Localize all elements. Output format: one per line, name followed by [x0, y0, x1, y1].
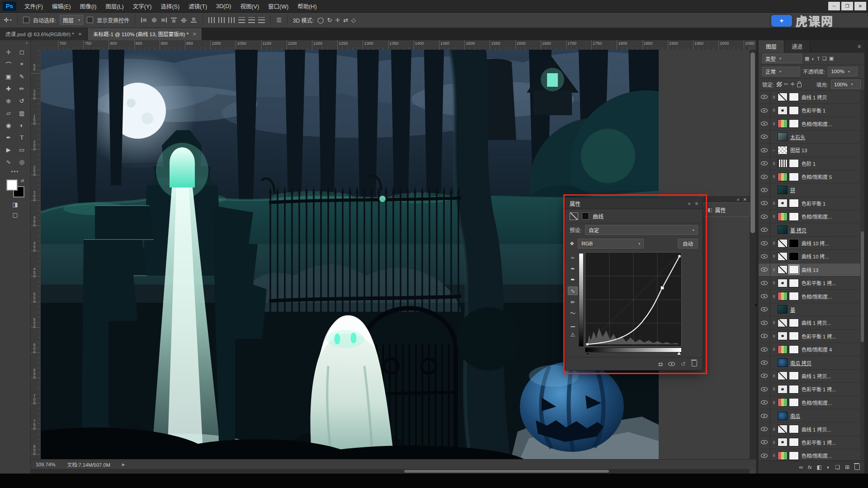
visibility-eye-icon[interactable] — [761, 160, 768, 166]
layer-thumbnail[interactable] — [778, 132, 788, 141]
frag-close-icon[interactable]: ✕ — [743, 197, 747, 202]
distribute-v3-icon[interactable] — [258, 17, 265, 23]
layer-row[interactable]: 8色相/饱和度... — [759, 396, 864, 409]
layer-name[interactable]: 曲线 10 拷... — [802, 239, 829, 247]
layer-name[interactable]: 色彩平衡 1 拷... — [802, 279, 836, 286]
status-arrow-icon[interactable]: ▶ — [122, 462, 125, 467]
adjustment-thumbnail[interactable] — [778, 106, 788, 115]
black-point-eyedropper-icon[interactable]: ✒ — [568, 254, 577, 262]
layer-row[interactable]: 8曲线 1 拷贝 — [759, 91, 864, 104]
align-h-center-icon[interactable] — [151, 17, 157, 23]
history-brush-tool[interactable]: ↺ — [15, 96, 29, 106]
blend-mode-dropdown[interactable]: 正常▾ — [762, 67, 800, 76]
layer-name[interactable]: 色彩平衡 1 拷... — [802, 385, 836, 393]
menu-item-10[interactable]: 帮助(H) — [293, 0, 321, 12]
options-menu-icon[interactable]: ☰ — [276, 17, 282, 23]
layer-row[interactable]: 8色彩平衡 1 拷... — [759, 330, 864, 343]
more-tools-icon[interactable]: ••• — [0, 169, 30, 174]
add-mask-icon[interactable]: ◧ — [817, 464, 822, 470]
marquee-tool[interactable]: ◻ — [15, 47, 29, 57]
mask-thumbnail[interactable] — [789, 385, 799, 394]
auto-select-checkbox[interactable] — [23, 17, 29, 23]
layer-row[interactable]: ⌐图层 13 — [759, 144, 864, 157]
mask-thumbnail[interactable] — [789, 265, 799, 274]
horizontal-scrollbar-thumb[interactable] — [404, 470, 609, 473]
layer-name[interactable]: 太石头 — [790, 133, 805, 141]
crop-tool[interactable]: ▣ — [2, 71, 15, 81]
layer-row[interactable]: 8曲线 10 拷... — [759, 237, 864, 250]
menu-item-1[interactable]: 编辑(E) — [47, 0, 75, 12]
adjustment-thumbnail[interactable] — [778, 93, 788, 101]
quick-mask-icon[interactable]: ◨ — [12, 201, 18, 208]
layer-name[interactable]: 色彩平衡 1 拷... — [802, 439, 836, 446]
menu-item-2[interactable]: 图像(I) — [75, 0, 101, 12]
targeted-adjustment-icon[interactable]: ❖ — [570, 240, 574, 247]
adjustment-thumbnail[interactable] — [778, 398, 788, 407]
distribute-v2-icon[interactable] — [248, 17, 255, 23]
adjustment-thumbnail[interactable] — [778, 265, 788, 274]
mask-thumbnail[interactable] — [789, 319, 799, 327]
adjustment-thumbnail[interactable] — [778, 345, 788, 354]
layer-row[interactable]: 8曲线 1 拷贝... — [759, 422, 864, 436]
tab-channels[interactable]: 通道 — [784, 40, 810, 53]
visibility-eye-icon[interactable] — [761, 187, 768, 193]
path-select-tool[interactable]: ▶ — [2, 145, 15, 155]
layer-row[interactable]: 8色相/饱和度 5 — [759, 170, 864, 183]
visibility-eye-icon[interactable] — [761, 426, 768, 432]
hand-tool[interactable]: ∿ — [2, 157, 15, 167]
frag-collapse-icon[interactable]: » — [737, 197, 740, 202]
gray-point-eyedropper-icon[interactable]: ✒ — [568, 265, 577, 272]
visibility-eye-icon[interactable] — [761, 386, 768, 392]
layer-row[interactable]: 8色相/饱和度 4 — [759, 343, 864, 356]
layer-row[interactable]: 8色相/饱和度... — [759, 210, 864, 223]
mask-thumbnail[interactable] — [789, 345, 799, 354]
visibility-eye-icon[interactable] — [761, 94, 768, 100]
blur-tool[interactable]: ◉ — [2, 120, 15, 130]
layer-name[interactable]: 南瓜 拷贝 — [790, 359, 811, 366]
filter-pixel-icon[interactable]: ▦ — [805, 56, 809, 61]
mask-thumbnail[interactable] — [789, 451, 799, 460]
mask-thumbnail[interactable] — [789, 252, 799, 261]
layer-row[interactable]: 8色彩平衡 1 — [759, 197, 864, 210]
adjustment-thumbnail[interactable] — [778, 438, 788, 446]
adjustment-thumbnail[interactable] — [778, 332, 788, 340]
layer-name[interactable]: 色相/饱和度 4 — [802, 346, 832, 353]
fill-field[interactable]: 100%▾ — [831, 80, 861, 89]
document-tab-0[interactable]: 虎课.psd @ 63.6%(RGB/8#) *✕ — [0, 28, 88, 40]
mask-thumbnail[interactable] — [789, 438, 799, 446]
visibility-eye-icon[interactable] — [761, 214, 768, 220]
dodge-tool[interactable]: ◐ — [15, 120, 29, 130]
layer-row[interactable]: 基 — [759, 303, 864, 316]
eraser-tool[interactable]: ▱ — [2, 108, 15, 118]
visibility-eye-icon[interactable] — [761, 373, 768, 379]
close-button[interactable]: ✕ — [854, 2, 866, 10]
distribute-v-icon[interactable] — [238, 17, 245, 23]
visibility-eye-icon[interactable] — [761, 108, 768, 113]
visibility-eye-icon[interactable] — [761, 227, 768, 233]
menu-item-5[interactable]: 选择(S) — [156, 0, 184, 12]
layer-thumbnail[interactable] — [778, 305, 788, 314]
visibility-eye-icon[interactable] — [761, 147, 768, 153]
visibility-eye-icon[interactable] — [761, 320, 768, 326]
layer-row[interactable]: 8曲线 1 拷贝... — [759, 316, 864, 329]
horizontal-scrollbar[interactable] — [30, 469, 750, 474]
visibility-eye-icon[interactable] — [761, 347, 768, 352]
adjustment-thumbnail[interactable] — [778, 292, 788, 300]
visibility-eye-icon[interactable] — [761, 134, 768, 140]
new-group-icon[interactable]: ❏ — [835, 464, 840, 470]
layer-name[interactable]: 色阶 1 — [802, 160, 816, 167]
filter-type-icon[interactable]: T — [817, 56, 820, 61]
visibility-eye-icon[interactable] — [761, 240, 768, 246]
visibility-eye-icon[interactable] — [761, 121, 768, 127]
properties-title-bar[interactable]: 属性 » ≡ — [565, 198, 703, 209]
draw-curve-pencil-icon[interactable]: ✏ — [568, 298, 577, 306]
filter-type-dropdown[interactable]: 类型▾ — [762, 54, 802, 63]
mask-thumbnail[interactable] — [789, 199, 799, 207]
vertical-scrollbar[interactable] — [750, 50, 756, 459]
layer-row[interactable]: 8色相/饱和度... — [759, 117, 864, 130]
move-tool[interactable]: ✛ — [2, 47, 15, 57]
tab-close-icon[interactable]: ✕ — [193, 32, 196, 37]
white-point-eyedropper-icon[interactable]: ✒ — [568, 276, 577, 283]
lock-all-icon[interactable] — [797, 83, 802, 87]
layer-name[interactable]: 色相/饱和度... — [802, 120, 832, 127]
